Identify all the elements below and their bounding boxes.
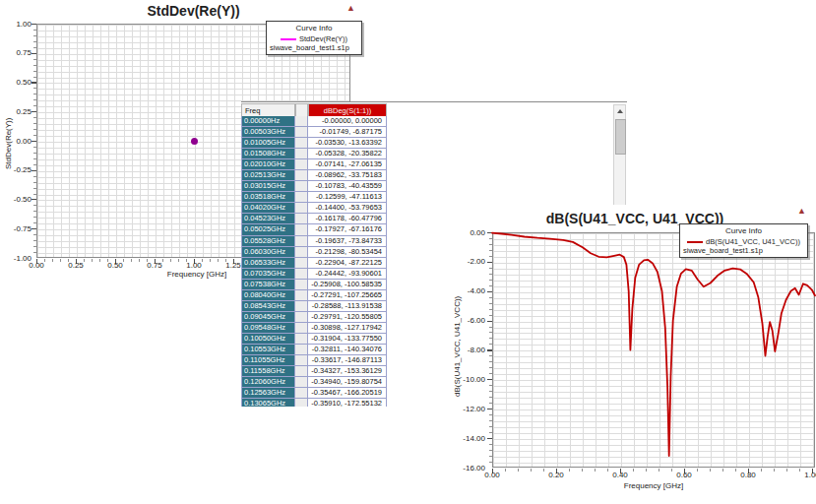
app-canvas: StdDev(Re(Y)) ▲ StdDev(Re(Y)) 1.000.750.… [0,0,816,504]
row-gap-cell[interactable] [295,355,308,366]
row-gap-cell[interactable] [295,388,308,399]
row-gap-cell[interactable] [295,149,308,159]
freq-cell[interactable]: 0.11558GHz [241,366,295,377]
freq-cell[interactable]: 0.05025GHz [241,224,295,235]
dbdeg-cell[interactable]: -0.24442, -93.90601 [308,269,387,280]
freq-cell[interactable]: 0.05528GHz [241,236,295,247]
freq-cell[interactable]: 0.11055GHz [241,355,295,366]
freq-cell[interactable]: 0.03518GHz [241,192,295,203]
x-tick-label: 0.80 [740,471,756,479]
freq-cell[interactable]: 0.09548GHz [241,323,295,334]
dbdeg-cell[interactable]: -0.27291, -107.25665 [308,290,387,301]
left-legend[interactable]: Curve Info StdDev(Re(Y)) siwave_board_te… [266,21,362,55]
row-gap-cell[interactable] [295,258,308,269]
dbdeg-cell[interactable]: -0.25908, -100.58535 [308,280,387,290]
right-legend[interactable]: Curve Info dB(S(U41_VCC, U41_VCC)) siwav… [679,223,808,258]
freq-cell[interactable]: 0.00000Hz [241,116,295,127]
row-gap-cell[interactable] [295,366,308,377]
row-gap-cell[interactable] [295,323,308,334]
dbdeg-cell[interactable]: -0.08962, -33.75183 [308,170,387,181]
table-row: 0.04020GHz-0.14400, -53.79653 [241,203,387,214]
row-gap-cell[interactable] [295,236,308,247]
dbdeg-cell[interactable]: -0.17927, -67.16176 [308,224,387,235]
dbdeg-cell[interactable]: -0.34940, -159.80754 [308,377,387,388]
row-gap-cell[interactable] [295,334,308,345]
freq-cell[interactable]: 0.08040GHz [241,290,295,301]
table-row: 0.04523GHz-0.16178, -60.47796 [241,214,387,224]
freq-cell[interactable]: 0.09045GHz [241,312,295,323]
alert-triangle-icon[interactable]: ▲ [797,207,806,216]
freq-cell[interactable]: 0.10553GHz [241,345,295,355]
row-gap-cell[interactable] [295,181,308,192]
y-tick-label: -6.00 [449,316,485,325]
row-gap-cell[interactable] [295,159,308,170]
scroll-up-button[interactable] [614,105,625,117]
dbdeg-cell[interactable]: -0.30898, -127.17942 [308,323,387,334]
row-gap-cell[interactable] [295,127,308,138]
dbdeg-cell[interactable]: -0.29791, -120.55805 [308,312,387,323]
dbdeg-cell[interactable]: -0.07141, -27.06135 [308,159,387,170]
dbdeg-cell[interactable]: -0.03530, -13.63392 [308,138,387,149]
dbdeg-cell[interactable]: -0.31904, -133.77550 [308,334,387,345]
freq-cell[interactable]: 0.06030GHz [241,247,295,258]
dbdeg-cell[interactable]: -0.34327, -153.36129 [308,366,387,377]
dbdeg-cell[interactable]: -0.22904, -87.22125 [308,258,387,269]
dbdeg-cell[interactable]: -0.00000, 0.00000 [308,116,387,127]
row-gap-cell[interactable] [295,247,308,258]
y-tick-label: -0.50 [0,195,31,204]
dbdeg-cell[interactable]: -0.32811, -140.34076 [308,345,387,355]
dbdeg-cell[interactable]: -0.05328, -20.35822 [308,149,387,159]
row-gap-cell[interactable] [295,377,308,388]
table-row: 0.02010GHz-0.07141, -27.06135 [241,159,387,170]
table-row: 0.12563GHz-0.35467, -166.20519 [241,388,387,399]
freq-cell[interactable]: 0.01005GHz [241,138,295,149]
freq-cell[interactable]: 0.07538GHz [241,280,295,290]
freq-cell[interactable]: 0.12563GHz [241,388,295,399]
alert-triangle-icon[interactable]: ▲ [346,4,355,13]
row-gap-cell[interactable] [295,269,308,280]
freq-cell[interactable]: 0.12060GHz [241,377,295,388]
freq-cell[interactable]: 0.00503GHz [241,127,295,138]
stddev-data-point[interactable] [191,138,198,145]
freq-cell[interactable]: 0.02513GHz [241,170,295,181]
row-gap-cell[interactable] [295,170,308,181]
freq-cell[interactable]: 0.04020GHz [241,203,295,214]
scrollbar-thumb[interactable] [615,119,626,155]
row-gap-cell[interactable] [295,138,308,149]
dbdeg-cell[interactable]: -0.21298, -80.53454 [308,247,387,258]
dbdeg-cell[interactable]: -0.35467, -166.20519 [308,388,387,399]
dbdeg-cell[interactable]: -0.35910, -172.55132 [308,399,387,407]
freq-cell[interactable]: 0.07035GHz [241,269,295,280]
row-gap-cell[interactable] [295,301,308,312]
row-gap-cell[interactable] [295,214,308,224]
dbdeg-cell[interactable]: -0.19637, -73.84733 [308,236,387,247]
dbdeg-cell[interactable]: -0.12599, -47.11613 [308,192,387,203]
row-gap-cell[interactable] [295,203,308,214]
row-gap-cell[interactable] [295,345,308,355]
row-gap-cell[interactable] [295,224,308,235]
dbdeg-cell[interactable]: -0.28588, -113.91538 [308,301,387,312]
dbdeg-cell[interactable]: -0.10783, -40.43559 [308,181,387,192]
row-gap-cell[interactable] [295,192,308,203]
freq-cell[interactable]: 0.06533GHz [241,258,295,269]
dbdeg-cell[interactable]: -0.16178, -60.47796 [308,214,387,224]
freq-cell[interactable]: 0.08543GHz [241,301,295,312]
table-body: 0.00000Hz-0.00000, 0.000000.00503GHz-0.0… [241,116,387,407]
freq-cell[interactable]: 0.04523GHz [241,214,295,224]
row-gap-cell[interactable] [295,280,308,290]
freq-cell[interactable]: 0.01508GHz [241,149,295,159]
x-tick-label: 1.00 [186,261,202,270]
row-gap-cell[interactable] [295,399,308,407]
freq-cell[interactable]: 0.02010GHz [241,159,295,170]
s-parameter-curve[interactable] [492,232,815,468]
freq-cell[interactable]: 0.10050GHz [241,334,295,345]
dbdeg-cell[interactable]: -0.14400, -53.79653 [308,203,387,214]
dbdeg-cell[interactable]: -0.01749, -6.87175 [308,127,387,138]
red-line-sample-icon [687,241,703,243]
row-gap-cell[interactable] [295,312,308,323]
row-gap-cell[interactable] [295,116,308,127]
freq-cell[interactable]: 0.13065GHz [241,399,295,407]
freq-cell[interactable]: 0.03015GHz [241,181,295,192]
row-gap-cell[interactable] [295,290,308,301]
dbdeg-cell[interactable]: -0.33617, -146.87113 [308,355,387,366]
